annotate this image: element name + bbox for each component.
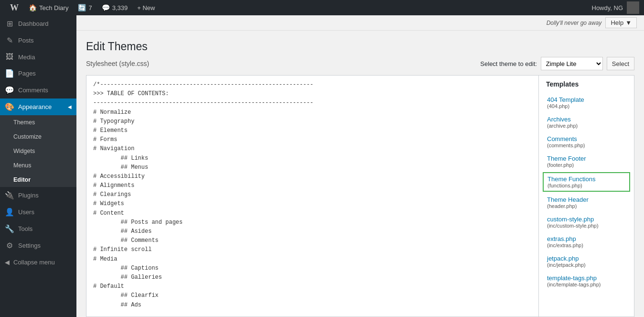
template-name-footer: Theme Footer (547, 155, 626, 162)
code-editor[interactable] (86, 76, 538, 317)
template-item-comments[interactable]: Comments (comments.php) (539, 132, 634, 152)
comments-sidebar-icon: 💬 (5, 86, 14, 95)
settings-icon: ⚙ (5, 241, 14, 250)
sidebar-label-dashboard: Dashboard (18, 20, 49, 27)
help-button-label: Help (611, 19, 623, 26)
template-file-404: (404.php) (547, 103, 626, 109)
sidebar-item-plugins[interactable]: 🔌 Plugins (0, 187, 76, 204)
sidebar-item-themes[interactable]: Themes (0, 115, 76, 130)
select-theme-label: Select theme to edit: (480, 60, 537, 67)
sidebar-label-appearance: Appearance (18, 103, 52, 110)
comments-count: 3,339 (112, 4, 128, 11)
theme-select-dropdown[interactable]: Zimple Lite (541, 57, 603, 70)
stylesheet-label: Stylesheet (style.css) (86, 60, 149, 67)
site-name: Tech Diary (39, 4, 68, 11)
template-item-header[interactable]: Theme Header (header.php) (539, 193, 634, 212)
sidebar-label-customize: Customize (13, 133, 42, 140)
new-item[interactable]: + New (132, 0, 160, 15)
templates-title: Templates (539, 80, 634, 93)
sidebar-label-settings: Settings (18, 242, 41, 249)
template-name-jetpack: jetpack.php (547, 255, 626, 262)
theme-select-row: Stylesheet (style.css) Select theme to e… (86, 57, 634, 70)
template-item-custom-style[interactable]: custom-style.php (inc/custom-style.php) (539, 212, 634, 232)
media-icon: 🖼 (5, 53, 14, 61)
home-icon: 🏠 (29, 4, 37, 11)
sidebar-label-plugins: Plugins (18, 192, 39, 199)
sidebar-item-customize[interactable]: Customize (0, 130, 76, 144)
help-button[interactable]: Help ▼ (605, 17, 637, 28)
sidebar-label-posts: Posts (18, 37, 34, 44)
plugins-icon: 🔌 (5, 191, 14, 200)
updates-item[interactable]: 🔄 7 (73, 0, 97, 15)
editor-row: Templates 404 Template (404.php) Archive… (86, 75, 634, 317)
template-item-template-tags[interactable]: template-tags.php (inc/template-tags.php… (539, 271, 634, 291)
site-name-item[interactable]: 🏠 Tech Diary (24, 0, 73, 15)
sidebar-label-pages: Pages (18, 70, 36, 77)
sidebar-item-settings[interactable]: ⚙ Settings (0, 237, 76, 254)
sidebar-item-menus[interactable]: Menus (0, 158, 76, 173)
content-area: Dolly'll never go away Help ▼ Edit Theme… (76, 15, 644, 317)
sidebar-label-editor: Editor (13, 176, 31, 183)
dolly-text: Dolly'll never go away (547, 20, 602, 26)
wp-logo-icon: W (10, 3, 19, 12)
template-name-header: Theme Header (547, 196, 626, 203)
template-item-extras[interactable]: extras.php (inc/extras.php) (539, 232, 634, 251)
dashboard-icon: ⊞ (5, 19, 14, 28)
template-item-404[interactable]: 404 Template (404.php) (539, 93, 634, 112)
sidebar-item-tools[interactable]: 🔧 Tools (0, 220, 76, 237)
template-name-extras: extras.php (547, 235, 626, 242)
posts-icon: ✎ (5, 36, 14, 45)
sidebar-label-menus: Menus (13, 162, 32, 169)
avatar (627, 1, 639, 14)
template-item-functions[interactable]: Theme Functions (functions.php) (543, 172, 630, 192)
template-file-custom-style: (inc/custom-style.php) (547, 223, 626, 229)
sidebar-label-themes: Themes (13, 119, 35, 126)
help-bar: Dolly'll never go away Help ▼ (76, 15, 644, 31)
wp-logo-item[interactable]: W (5, 0, 24, 15)
appearance-submenu: Themes Customize Widgets Menus Editor (0, 115, 76, 187)
collapse-icon: ◀ (5, 259, 10, 266)
template-file-jetpack: (inc/jetpack.php) (547, 262, 626, 268)
updates-icon: 🔄 (78, 4, 86, 11)
collapse-label: Collapse menu (13, 259, 55, 266)
sidebar-item-comments[interactable]: 💬 Comments (0, 82, 76, 98)
sidebar-label-media: Media (18, 54, 35, 61)
templates-panel: Templates 404 Template (404.php) Archive… (538, 76, 634, 317)
page-title: Edit Themes (86, 40, 634, 53)
users-icon: 👤 (5, 208, 14, 217)
template-item-footer[interactable]: Theme Footer (footer.php) (539, 152, 634, 171)
sidebar-label-users: Users (18, 208, 34, 216)
template-item-jetpack[interactable]: jetpack.php (inc/jetpack.php) (539, 251, 634, 271)
page-content: Edit Themes Stylesheet (style.css) Selec… (76, 31, 644, 317)
select-theme-button[interactable]: Select (607, 57, 634, 70)
template-item-archives[interactable]: Archives (archive.php) (539, 112, 634, 132)
collapse-menu-item[interactable]: ◀ Collapse menu (0, 254, 76, 271)
tools-icon: 🔧 (5, 224, 14, 233)
appearance-arrow: ◀ (68, 104, 72, 109)
pages-icon: 📄 (5, 69, 14, 78)
sidebar-item-widgets[interactable]: Widgets (0, 144, 76, 158)
template-file-extras: (inc/extras.php) (547, 242, 626, 248)
sidebar-item-pages[interactable]: 📄 Pages (0, 65, 76, 82)
howdy-text: Howdy, NG (588, 4, 627, 11)
sidebar-item-media[interactable]: 🖼 Media (0, 49, 76, 65)
comments-icon: 💬 (102, 4, 110, 11)
template-name-404: 404 Template (547, 96, 626, 103)
sidebar-item-posts[interactable]: ✎ Posts (0, 32, 76, 49)
comments-item[interactable]: 💬 3,339 (97, 0, 133, 15)
appearance-icon: 🎨 (5, 102, 14, 111)
template-name-archives: Archives (547, 116, 626, 123)
admin-bar: W 🏠 Tech Diary 🔄 7 💬 3,339 + New Howdy, … (0, 0, 644, 15)
sidebar: ⊞ Dashboard ✎ Posts 🖼 Media 📄 Pages 💬 Co… (0, 15, 76, 317)
sidebar-label-widgets: Widgets (13, 148, 35, 154)
sidebar-label-tools: Tools (18, 225, 32, 232)
sidebar-item-appearance[interactable]: 🎨 Appearance ◀ (0, 98, 76, 115)
template-name-custom-style: custom-style.php (547, 216, 626, 223)
new-label: + New (137, 4, 155, 11)
sidebar-item-users[interactable]: 👤 Users (0, 204, 76, 220)
sidebar-item-editor[interactable]: Editor (0, 173, 76, 187)
admin-bar-right: Howdy, NG (588, 1, 640, 14)
updates-count: 7 (88, 4, 92, 11)
template-file-functions: (functions.php) (547, 183, 625, 188)
sidebar-item-dashboard[interactable]: ⊞ Dashboard (0, 15, 76, 32)
